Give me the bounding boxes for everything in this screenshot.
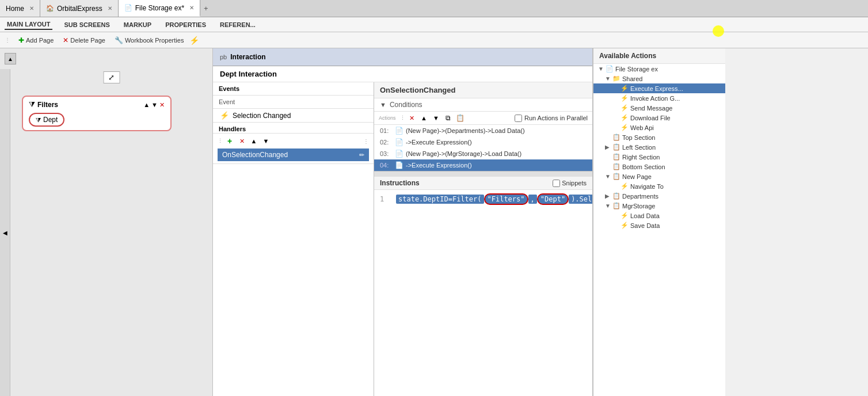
nav-markup[interactable]: MARKUP <box>121 20 154 29</box>
tree-icon-bottom-section: 📋 <box>612 163 620 170</box>
add-page-button[interactable]: ✚ Add Page <box>15 35 57 45</box>
action-up-btn[interactable]: ▲ <box>419 113 429 123</box>
tree-folder-shared-icon: 📁 <box>612 75 620 82</box>
instructions-title: Instructions <box>380 179 420 187</box>
action-row-3[interactable]: 03: 📄 (New Page)->(MgrStorage)->Load Dat… <box>374 148 592 159</box>
code-end-part: ).SelectedValue.Id; <box>569 195 592 204</box>
snippets-checkbox[interactable] <box>553 180 560 187</box>
tab-filestorage[interactable]: 📄 File Storage ex* ✕ <box>119 0 200 17</box>
dept-filter-item[interactable]: ⧩ Dept <box>29 113 64 127</box>
action-paste-btn[interactable]: 📋 <box>455 113 466 123</box>
handlers-section: ⋮ + ✕ ▲ ▼ ⋮ OnSelectionChanged ✏ <box>213 134 374 164</box>
tab-orbital-close[interactable]: ✕ <box>108 5 112 12</box>
action-text-4: ->Execute Expression() <box>406 162 472 169</box>
code-dept-part: "Dept" <box>537 193 569 205</box>
action-list: 01: 📄 (New Page)->(Departments)->Load Da… <box>374 125 592 171</box>
tab-orbital[interactable]: 🏠 OrbitalExpress ✕ <box>40 0 119 17</box>
events-label: Events <box>219 85 239 92</box>
add-icon: ✚ <box>18 36 24 44</box>
nav-main-layout[interactable]: MAIN LAYOUT <box>5 20 52 30</box>
tab-orbital-label: OrbitalExpress <box>57 5 102 13</box>
tree-item-send-message[interactable]: ⚡ Send Message <box>593 103 725 113</box>
collapse-up-btn[interactable]: ▲ <box>5 53 16 64</box>
tree-label-save: Save Data <box>630 222 660 229</box>
instructions-area: Instructions Snippets 1 state.DeptID=Fil… <box>374 177 592 396</box>
tree-expand-filestorage[interactable]: ▼ <box>598 66 604 72</box>
conditions-row[interactable]: ▼ Conditions <box>374 98 592 112</box>
run-parallel-label: Run Actions in Parallel <box>524 115 588 121</box>
tab-home[interactable]: Home ✕ <box>0 0 40 17</box>
action-num-4: 04: <box>380 162 393 169</box>
handler-add-btn[interactable]: + <box>224 136 235 146</box>
tab-filestorage-close[interactable]: ✕ <box>189 5 194 11</box>
tree-item-left-section[interactable]: ▶ 📋 Left Section <box>593 142 725 152</box>
action-row-2[interactable]: 02: 📄 ->Execute Expression() <box>374 136 592 148</box>
actions-dots: ⋮ <box>400 115 405 121</box>
action-down-btn[interactable]: ▼ <box>431 113 441 123</box>
tree-item-right-section[interactable]: 📋 Right Section <box>593 152 725 162</box>
tree-item-new-page[interactable]: ▼ 📋 New Page <box>593 172 725 181</box>
workbook-props-button[interactable]: 🔧 Workbook Properties <box>111 35 188 45</box>
tree-item-execute-express[interactable]: ⚡ Execute Express... <box>593 83 725 93</box>
handler-menu-dots[interactable]: ⋮ <box>363 138 369 144</box>
action-delete-btn[interactable]: ✕ <box>407 113 417 123</box>
tree-item-web-api[interactable]: ⚡ Web Api <box>593 123 725 132</box>
handler-edit-icon[interactable]: ✏ <box>359 151 364 159</box>
handler-up-btn[interactable]: ▲ <box>249 136 259 146</box>
snippets-btn[interactable]: Snippets <box>553 180 587 187</box>
interaction-panel: pb Interaction Dept Interaction Events E… <box>213 48 593 396</box>
action-icon-4: 📄 <box>395 161 403 169</box>
left-collapse-btn[interactable]: ◀ <box>0 69 10 396</box>
action-row-1[interactable]: 01: 📄 (New Page)->(Departments)->Load Da… <box>374 125 592 136</box>
canvas-area: ⤢ ⧩ Filters ▲ ▼ ✕ <box>10 69 212 396</box>
tree-item-bottom-section[interactable]: 📋 Bottom Section <box>593 162 725 172</box>
tree-label-execute: Execute Express... <box>630 85 683 92</box>
tree-label-mgrstorage: MgrStorage <box>622 203 655 210</box>
tree-expand-mgr[interactable]: ▼ <box>605 203 611 209</box>
tree-item-mgrstorage[interactable]: ▼ 📋 MgrStorage <box>593 201 725 211</box>
tree-icon-mgrstorage: 📋 <box>612 202 620 210</box>
filter-delete-btn[interactable]: ✕ <box>159 101 165 109</box>
conditions-expand-icon[interactable]: ▼ <box>380 101 386 108</box>
tree-item-save-data[interactable]: ⚡ Save Data <box>593 220 725 230</box>
event-name: Selection Changed <box>233 112 291 120</box>
tree-item-filestorage[interactable]: ▼ 📄 File Storage ex <box>593 64 725 74</box>
line-num-1: 1 <box>380 195 391 203</box>
tree-label-download: Download File <box>630 115 671 121</box>
handler-down-btn[interactable]: ▼ <box>261 136 271 146</box>
tree-item-top-section[interactable]: 📋 Top Section <box>593 132 725 142</box>
tab-home-close[interactable]: ✕ <box>29 5 34 12</box>
tree-label-send: Send Message <box>630 105 672 112</box>
tree-item-shared[interactable]: ▼ 📁 Shared <box>593 74 725 83</box>
run-parallel-checkbox[interactable] <box>515 115 522 122</box>
tree-item-departments[interactable]: ▶ 📋 Departments <box>593 191 725 201</box>
filter-up-btn[interactable]: ▲ <box>143 101 150 109</box>
handler-delete-btn[interactable]: ✕ <box>237 136 247 146</box>
filter-down-btn[interactable]: ▼ <box>151 101 158 109</box>
code-state-part: state.DeptID=Filter( <box>396 195 484 204</box>
nav-reference[interactable]: REFEREN... <box>218 20 258 29</box>
delete-page-button[interactable]: ✕ Delete Page <box>59 35 109 45</box>
action-copy-btn[interactable]: ⧉ <box>443 113 454 123</box>
tree-item-load-data[interactable]: ⚡ Load Data <box>593 211 725 220</box>
nav-sub-screens[interactable]: SUB SCREENS <box>62 20 112 29</box>
tab-bar: Home ✕ 🏠 OrbitalExpress ✕ 📄 File Storage… <box>0 0 868 17</box>
cursor-indicator <box>713 25 724 37</box>
action-row-4[interactable]: 04: 📄 ->Execute Expression() <box>374 159 592 171</box>
code-content-1: state.DeptID=Filter("Filters", "Dept").S… <box>396 193 592 205</box>
action-panel-header: OnSelectionChanged <box>374 82 592 98</box>
add-tab-btn[interactable]: + <box>200 4 212 13</box>
tree-item-download-file[interactable]: ⚡ Download File <box>593 113 725 123</box>
expand-canvas-btn[interactable]: ⤢ <box>103 71 120 83</box>
tree-expand-shared[interactable]: ▼ <box>605 75 611 82</box>
scrollbar-h[interactable] <box>374 171 592 177</box>
tree-expand-new-page[interactable]: ▼ <box>605 173 611 180</box>
handler-item[interactable]: OnSelectionChanged ✏ <box>218 148 369 161</box>
tree-label-shared: Shared <box>622 75 642 82</box>
nav-properties[interactable]: PROPERTIES <box>163 20 208 29</box>
tree-item-invoke-action[interactable]: ⚡ Invoke Action G... <box>593 93 725 103</box>
tree-expand-left[interactable]: ▶ <box>605 144 611 150</box>
tree-label-top-section: Top Section <box>622 134 655 141</box>
tree-expand-depts[interactable]: ▶ <box>605 193 611 199</box>
tree-item-navigate-to[interactable]: ⚡ Navigate To <box>593 181 725 191</box>
